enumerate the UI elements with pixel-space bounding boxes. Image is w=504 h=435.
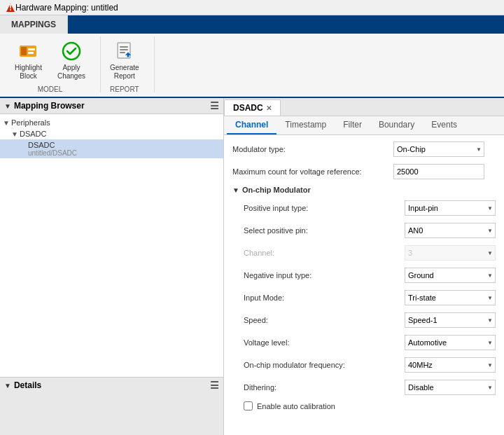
- tree-expand-dsadc: ▼: [11, 130, 20, 138]
- svg-point-6: [63, 43, 80, 60]
- details-header: ▼ Details ☰: [0, 378, 223, 393]
- apply-changes-label: ApplyChanges: [57, 64, 85, 81]
- dithering-label: Dithering:: [244, 383, 405, 392]
- max-count-input[interactable]: [393, 164, 484, 179]
- modulator-type-label: Modulator type:: [232, 145, 393, 153]
- svg-rect-9: [120, 49, 128, 50]
- content-tabs: Channel Timestamp Filter Boundary Events: [224, 116, 504, 135]
- negative-input-type-label: Negative input type:: [244, 271, 405, 279]
- speed-control: Speed-1: [405, 312, 496, 328]
- negative-input-type-control: Ground: [405, 268, 496, 283]
- voltage-level-control: Automotive: [405, 335, 496, 350]
- auto-calibration-row: Enable auto calibration: [232, 401, 496, 410]
- title-bar-text: Hardware Mapping: untitled: [15, 3, 118, 13]
- right-panel: DSADC ✕ Channel Timestamp Filter Boundar…: [224, 98, 504, 435]
- input-mode-row: Input Mode: Tri-state: [232, 289, 496, 306]
- auto-calibration-label: Enable auto calibration: [257, 402, 335, 410]
- mapping-browser-menu-icon[interactable]: ☰: [210, 100, 219, 111]
- tree-item-dsadc-group[interactable]: ▼ DSADC: [0, 128, 223, 139]
- report-buttons: GenerateReport: [104, 36, 146, 84]
- positive-input-type-select[interactable]: Input-pin: [405, 200, 496, 216]
- left-panel: ▼ Mapping Browser ☰ ▼ Peripherals ▼ DSAD…: [0, 98, 224, 435]
- generate-report-label: GenerateReport: [110, 64, 139, 81]
- negative-input-type-select[interactable]: Ground: [405, 268, 496, 283]
- modulator-type-select[interactable]: On-Chip: [393, 141, 484, 157]
- tree-label-peripherals: Peripherals: [11, 118, 50, 127]
- select-positive-pin-control: AN0: [405, 223, 496, 238]
- details-content: [0, 393, 223, 435]
- tab-close-icon[interactable]: ✕: [266, 104, 272, 112]
- tab-filter[interactable]: Filter: [335, 116, 370, 134]
- speed-label: Speed:: [244, 316, 405, 324]
- dithering-select[interactable]: Disable: [405, 380, 496, 395]
- details-menu-icon[interactable]: ☰: [210, 380, 219, 391]
- onchip-freq-select-wrapper: 40MHz: [405, 357, 496, 373]
- onchip-freq-label: On-chip modulator frequency:: [244, 361, 405, 369]
- svg-rect-8: [120, 46, 128, 48]
- select-positive-pin-select-wrapper: AN0: [405, 223, 496, 238]
- svg-rect-3: [21, 47, 27, 55]
- auto-calibration-checkbox[interactable]: [244, 401, 253, 410]
- highlight-block-label: HighlightBlock: [15, 64, 42, 81]
- generate-report-button[interactable]: GenerateReport: [104, 36, 146, 84]
- dithering-select-wrapper: Disable: [405, 380, 496, 395]
- channel-row: Channel: 3: [232, 244, 496, 261]
- select-positive-pin-row: Select positive pin: AN0: [232, 222, 496, 239]
- ribbon-tabs: MAPPINGS: [0, 15, 504, 34]
- select-positive-pin-select[interactable]: AN0: [405, 223, 496, 238]
- apply-changes-button[interactable]: ApplyChanges: [51, 36, 92, 84]
- channel-select[interactable]: 3: [405, 245, 496, 261]
- tree-label-dsadc-group: DSADC: [20, 130, 47, 138]
- tab-mappings[interactable]: MAPPINGS: [0, 15, 68, 34]
- tree-label-dsadc: DSADC: [28, 141, 77, 149]
- highlight-block-button[interactable]: HighlightBlock: [8, 36, 48, 84]
- dithering-row: Dithering: Disable: [232, 379, 496, 396]
- onchip-freq-select[interactable]: 40MHz: [405, 357, 496, 373]
- tree-item-peripherals[interactable]: ▼ Peripherals: [0, 117, 223, 128]
- modulator-type-row: Modulator type: On-Chip: [232, 141, 496, 158]
- input-mode-select[interactable]: Tri-state: [405, 290, 496, 305]
- dithering-control: Disable: [405, 380, 496, 395]
- svg-rect-10: [120, 52, 125, 53]
- tree-expand-peripherals: ▼: [3, 119, 11, 127]
- tree-item-dsadc[interactable]: DSADC untitled/DSADC: [0, 139, 223, 158]
- tab-dsadc-label: DSADC: [233, 103, 263, 113]
- tab-timestamp[interactable]: Timestamp: [276, 116, 335, 134]
- speed-row: Speed: Speed-1: [232, 312, 496, 329]
- tab-events[interactable]: Events: [423, 116, 465, 134]
- onchip-modulator-section: ▼ On-chip Modulator: [232, 186, 496, 194]
- max-count-control: [393, 164, 496, 179]
- tab-boundary[interactable]: Boundary: [370, 116, 423, 134]
- speed-select[interactable]: Speed-1: [405, 312, 496, 328]
- positive-input-type-select-wrapper: Input-pin: [405, 200, 496, 216]
- positive-input-type-control: Input-pin: [405, 200, 496, 216]
- model-group-label: MODEL: [38, 85, 63, 96]
- channel-label: Channel:: [244, 249, 405, 257]
- mapping-browser-title: Mapping Browser: [14, 101, 85, 111]
- input-mode-select-wrapper: Tri-state: [405, 290, 496, 305]
- tab-dsadc[interactable]: DSADC ✕: [224, 99, 281, 116]
- header-left: ▼ Mapping Browser: [4, 101, 85, 111]
- tab-channel[interactable]: Channel: [227, 116, 276, 134]
- speed-select-wrapper: Speed-1: [405, 312, 496, 328]
- negative-input-type-select-wrapper: Ground: [405, 268, 496, 283]
- ribbon-content: HighlightBlock ApplyChanges MODEL: [0, 34, 504, 97]
- highlight-block-icon: [17, 40, 39, 62]
- voltage-level-select[interactable]: Automotive: [405, 335, 496, 350]
- positive-input-type-row: Positive input type: Input-pin: [232, 200, 496, 216]
- input-mode-label: Input Mode:: [244, 294, 405, 302]
- section-arrow-icon: ▼: [232, 186, 239, 194]
- details-collapse-icon: ▼: [4, 382, 11, 389]
- ribbon-group-report: GenerateReport REPORT: [101, 36, 155, 92]
- details-panel: ▼ Details ☰: [0, 377, 223, 435]
- channel-select-wrapper: 3: [405, 245, 496, 261]
- max-count-row: Maximum count for voltage reference:: [232, 163, 496, 180]
- generate-report-icon: [113, 40, 136, 62]
- channel-control: 3: [405, 245, 496, 261]
- svg-rect-4: [28, 48, 35, 50]
- model-buttons: HighlightBlock ApplyChanges: [8, 36, 92, 84]
- select-positive-pin-label: Select positive pin:: [244, 226, 405, 235]
- details-header-left: ▼ Details: [4, 380, 41, 390]
- form-area: Modulator type: On-Chip Maximum count fo…: [224, 135, 504, 435]
- dsadc-item-content: DSADC untitled/DSADC: [28, 141, 77, 157]
